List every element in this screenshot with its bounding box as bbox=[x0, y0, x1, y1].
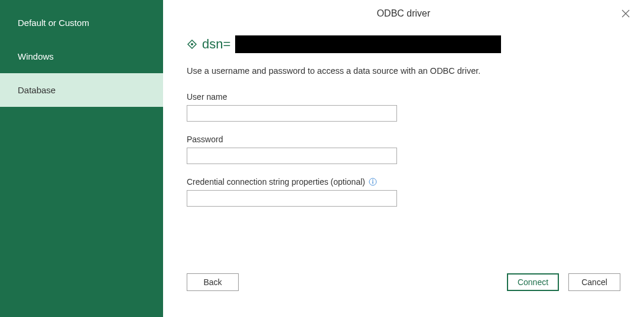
dsn-redacted-value bbox=[235, 35, 501, 53]
dialog-title: ODBC driver bbox=[187, 0, 620, 35]
connprops-input[interactable] bbox=[187, 190, 397, 207]
connect-button[interactable]: Connect bbox=[507, 273, 559, 291]
cancel-button[interactable]: Cancel bbox=[568, 273, 620, 291]
close-icon bbox=[622, 8, 630, 20]
sidebar-item-label: Default or Custom bbox=[18, 18, 89, 28]
sidebar-item-database[interactable]: Database bbox=[0, 73, 163, 107]
username-label: User name bbox=[187, 92, 620, 102]
password-input[interactable] bbox=[187, 148, 397, 164]
password-label: Password bbox=[187, 135, 620, 144]
svg-rect-4 bbox=[372, 181, 373, 184]
dsn-row: dsn= bbox=[187, 35, 620, 53]
sidebar-item-windows[interactable]: Windows bbox=[0, 40, 163, 73]
connprops-field-group: Credential connection string properties … bbox=[187, 177, 620, 207]
username-input[interactable] bbox=[187, 105, 397, 122]
connprops-label: Credential connection string properties … bbox=[187, 177, 365, 187]
button-row: Back Connect Cancel bbox=[187, 273, 620, 291]
main-panel: ODBC driver dsn= Use a username and pass… bbox=[163, 0, 644, 317]
sidebar-item-label: Database bbox=[18, 85, 56, 95]
info-icon[interactable] bbox=[369, 178, 377, 186]
username-field-group: User name bbox=[187, 92, 620, 122]
sidebar-item-default-custom[interactable]: Default or Custom bbox=[0, 0, 163, 40]
close-button[interactable] bbox=[619, 6, 632, 23]
datasource-icon bbox=[187, 39, 197, 50]
dsn-prefix: dsn= bbox=[202, 37, 230, 52]
sidebar-item-label: Windows bbox=[18, 51, 54, 61]
back-button[interactable]: Back bbox=[187, 273, 239, 291]
instruction-text: Use a username and password to access a … bbox=[187, 66, 620, 76]
svg-point-1 bbox=[191, 43, 193, 45]
auth-type-sidebar: Default or Custom Windows Database bbox=[0, 0, 163, 317]
password-field-group: Password bbox=[187, 135, 620, 164]
svg-point-3 bbox=[372, 179, 373, 181]
